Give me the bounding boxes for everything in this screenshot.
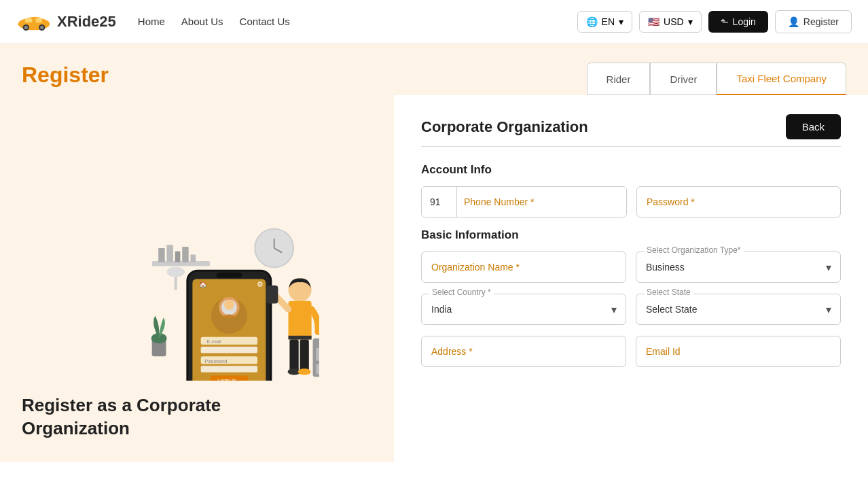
svg-text:E-mail: E-mail: [206, 339, 221, 345]
logo[interactable]: XRide25: [16, 10, 116, 34]
register-button[interactable]: 👤 Register: [775, 10, 852, 33]
phone-code: 91: [422, 187, 457, 217]
basic-info-row1: Select Organization Type* Business ▾: [421, 251, 841, 283]
svg-rect-22: [216, 273, 242, 278]
svg-rect-2: [36, 18, 42, 22]
password-group: [636, 186, 841, 218]
svg-rect-48: [316, 364, 319, 375]
state-label: Select State: [644, 288, 693, 297]
svg-rect-32: [201, 366, 257, 372]
login-icon: ⬑: [721, 16, 729, 27]
svg-rect-9: [166, 245, 173, 262]
svg-rect-38: [289, 301, 312, 340]
tab-taxi-fleet[interactable]: Taxi Fleet Company: [717, 63, 846, 95]
nav-links: Home About Us Contact Us: [138, 16, 290, 27]
country-label: Select Country *: [429, 288, 494, 297]
left-panel: E-mail Password Login In ⚙ 🏠: [0, 95, 394, 462]
svg-rect-46: [316, 348, 319, 361]
basic-info-row2: Select Country * India ▾ Select State Se…: [421, 294, 841, 325]
hero-banner: Register Rider Driver Taxi Fleet Company: [0, 44, 868, 95]
tab-driver[interactable]: Driver: [650, 63, 717, 95]
svg-rect-44: [266, 285, 278, 304]
currency-flag-icon: 🇺🇸: [648, 16, 659, 27]
svg-point-6: [40, 25, 43, 29]
illustration-svg: E-mail Password Login In ⚙ 🏠: [75, 116, 319, 381]
logo-text: XRide25: [57, 13, 116, 31]
register-corp-line: Register as a Corporate Organization: [22, 395, 221, 438]
org-type-label: Select Organization Type*: [644, 245, 744, 255]
password-input[interactable]: [636, 186, 841, 218]
basic-info-label: Basic Information: [421, 228, 841, 242]
svg-point-26: [224, 300, 234, 310]
lang-chevron-icon: ▾: [619, 16, 623, 27]
country-select[interactable]: India: [421, 294, 626, 325]
form-title: Corporate Organization: [421, 118, 588, 136]
org-type-group: Select Organization Type* Business ▾: [636, 251, 841, 283]
contact-link[interactable]: Contact Us: [240, 16, 290, 27]
phone-number-input[interactable]: [457, 187, 626, 217]
currency-chevron-icon: ▾: [688, 16, 693, 27]
navbar: XRide25 Home About Us Contact Us 🌐 EN ▾ …: [0, 0, 868, 44]
address-input[interactable]: [421, 336, 626, 367]
svg-rect-41: [300, 340, 309, 372]
tab-rider[interactable]: Rider: [587, 63, 651, 95]
right-panel: Corporate Organization Back Account Info…: [394, 95, 868, 462]
svg-rect-12: [191, 254, 196, 262]
svg-rect-1: [25, 18, 32, 22]
currency-button[interactable]: 🇺🇸 USD ▾: [639, 11, 702, 33]
login-label: Login: [733, 16, 756, 27]
form-header: Corporate Organization Back: [421, 114, 841, 147]
svg-text:⚙: ⚙: [257, 280, 264, 288]
svg-text:Login In: Login In: [217, 377, 236, 381]
svg-rect-8: [158, 248, 164, 262]
state-group: Select State Select State ▾: [636, 294, 841, 325]
svg-text:Password: Password: [204, 358, 227, 364]
basic-info-row3: [421, 336, 841, 367]
register-label: Register: [803, 16, 839, 27]
org-type-select[interactable]: Business: [636, 251, 841, 283]
main-content: E-mail Password Login In ⚙ 🏠: [0, 95, 868, 462]
lang-label: EN: [602, 16, 615, 27]
tab-group: Rider Driver Taxi Fleet Company: [587, 63, 846, 95]
svg-rect-11: [182, 247, 188, 262]
svg-rect-40: [289, 340, 298, 372]
register-corp-title: Register as a Corporate Organization: [22, 394, 372, 440]
svg-point-43: [298, 368, 311, 375]
svg-point-4: [24, 25, 28, 29]
login-button[interactable]: ⬑ Login: [708, 11, 768, 33]
currency-label: USD: [664, 16, 684, 27]
svg-point-14: [166, 266, 185, 277]
about-link[interactable]: About Us: [181, 16, 223, 27]
state-select[interactable]: Select State: [636, 294, 841, 325]
address-group: [421, 336, 626, 367]
email-input[interactable]: [636, 336, 841, 367]
phone-field-group: 91: [421, 186, 627, 218]
back-button[interactable]: Back: [786, 114, 841, 139]
navbar-left: XRide25 Home About Us Contact Us: [16, 10, 290, 34]
svg-text:🏠: 🏠: [199, 281, 207, 289]
illustration: E-mail Password Login In ⚙ 🏠: [22, 116, 372, 381]
user-icon: 👤: [788, 16, 799, 27]
language-button[interactable]: 🌐 EN ▾: [577, 11, 632, 33]
home-link[interactable]: Home: [138, 16, 165, 27]
country-group: Select Country * India ▾: [421, 294, 626, 325]
car-icon: [16, 10, 52, 34]
svg-rect-10: [175, 251, 181, 262]
org-name-group: [421, 251, 626, 283]
svg-rect-39: [289, 336, 312, 340]
register-title: Register: [22, 63, 109, 88]
account-info-row: 91: [421, 186, 841, 218]
navbar-right: 🌐 EN ▾ 🇺🇸 USD ▾ ⬑ Login 👤 Register: [577, 10, 852, 33]
svg-rect-29: [201, 347, 257, 353]
email-group: [636, 336, 841, 367]
organization-name-input[interactable]: [421, 251, 626, 283]
account-info-label: Account Info: [421, 163, 841, 177]
globe-icon: 🌐: [586, 16, 598, 27]
